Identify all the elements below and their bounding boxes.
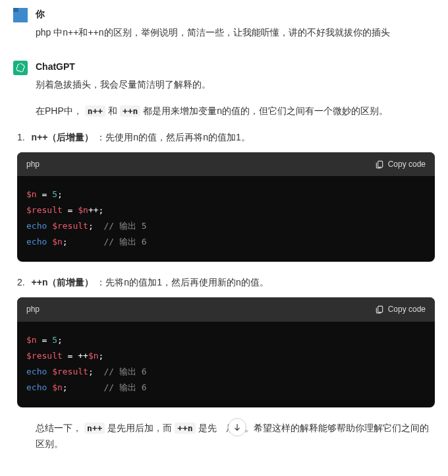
copy-code-button[interactable]: Copy code xyxy=(375,158,426,171)
svg-rect-0 xyxy=(378,161,382,167)
code-block: php Copy code $n = 5; $result = $n++; ec… xyxy=(17,152,435,262)
text-span: 是先 xyxy=(198,423,217,433)
list-item: ++n（前增量） ：先将n的值加1，然后再使用新的n的值。 php Copy c… xyxy=(17,275,435,407)
text-span: 在PHP中， xyxy=(36,105,82,116)
inline-code: ++n xyxy=(120,105,140,117)
item-desc: ：先将n的值加1，然后再使用新的n的值。 xyxy=(94,277,268,287)
text-span: 都是用来增加变量n的值的，但它们之间有一个微妙的区别。 xyxy=(143,105,388,116)
clipboard-icon xyxy=(375,160,384,169)
item-title: ++n（前增量） xyxy=(32,277,94,287)
assistant-avatar xyxy=(13,61,28,75)
item-desc: ：先使用n的值，然后再将n的值加1。 xyxy=(94,132,250,142)
arrow-down-icon xyxy=(233,423,242,432)
inline-code: n++ xyxy=(85,105,105,117)
text-span: 总结一下， xyxy=(36,423,82,433)
code-block: php Copy code $n = 5; $result = ++$n; ec… xyxy=(17,297,435,407)
copy-code-button[interactable]: Copy code xyxy=(375,303,426,316)
assistant-summary: 总结一下， n++ 是先用后加，而 ++n 是先加后用。希望这样的解释能够帮助你… xyxy=(36,421,435,452)
code-lang-label: php xyxy=(26,158,40,171)
svg-rect-1 xyxy=(378,307,382,312)
code-content: $n = 5; $result = $n++; echo $result; //… xyxy=(17,176,435,262)
assistant-name: ChatGPT xyxy=(36,59,435,75)
inline-code: ++n xyxy=(175,423,195,434)
code-lang-label: php xyxy=(26,303,40,316)
user-text: php 中n++和++n的区别，举例说明，简洁一些，让我能听懂，讲的不好我就拔你… xyxy=(36,25,435,41)
assistant-paragraph: 在PHP中， n++ 和 ++n 都是用来增加变量n的值的，但它们之间有一个微妙… xyxy=(36,104,435,119)
code-content: $n = 5; $result = ++$n; echo $result; //… xyxy=(17,322,435,407)
user-avatar xyxy=(13,8,28,22)
text-span: 和 xyxy=(108,105,117,116)
assistant-message: ChatGPT 别着急拔插头，我会尽量简洁明了解释的。 在PHP中， n++ 和… xyxy=(13,59,435,463)
inline-code: n++ xyxy=(84,423,105,434)
openai-icon xyxy=(15,63,26,73)
list-item: n++（后增量） ：先使用n的值，然后再将n的值加1。 php Copy cod… xyxy=(17,130,435,262)
user-message: 你 php 中n++和++n的区别，举例说明，简洁一些，让我能听懂，讲的不好我就… xyxy=(13,7,435,41)
user-name: 你 xyxy=(36,7,435,22)
copy-label: Copy code xyxy=(388,303,426,316)
item-title: n++（后增量） xyxy=(32,132,94,142)
assistant-paragraph: 别着急拔插头，我会尽量简洁明了解释的。 xyxy=(36,77,435,93)
copy-label: Copy code xyxy=(388,158,426,171)
text-span: 是先用后加，而 xyxy=(107,423,172,433)
scroll-down-button[interactable] xyxy=(228,418,246,436)
clipboard-icon xyxy=(375,305,384,314)
